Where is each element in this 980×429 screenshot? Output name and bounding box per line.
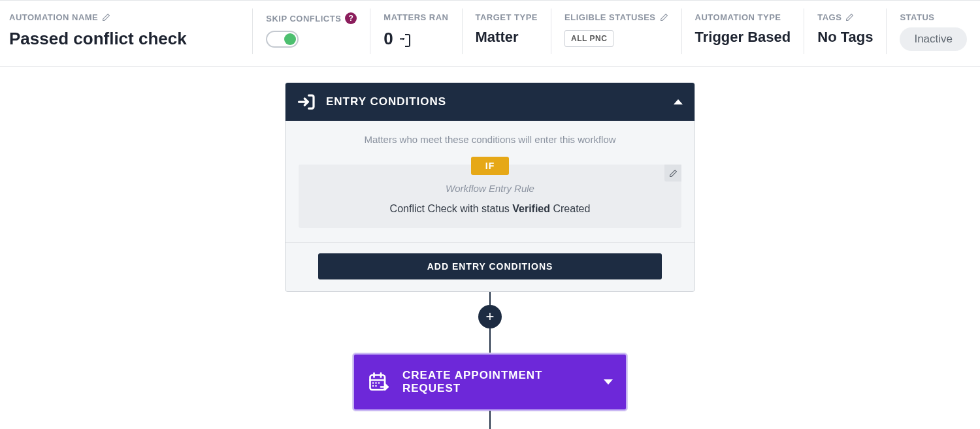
edit-icon[interactable]: [102, 13, 110, 22]
skip-conflicts-label: SKIP CONFLICTS: [266, 14, 341, 24]
entry-conditions-body: Matters who meet these conditions will e…: [286, 121, 694, 228]
connector-line: [489, 328, 491, 353]
entry-rule-text: Conflict Check with status Verified Crea…: [309, 203, 671, 215]
header-col-tags: TAGS No Tags: [804, 8, 886, 54]
entry-rule-post: Created: [550, 203, 590, 214]
edit-icon: [669, 169, 678, 178]
chevron-down-icon: [604, 379, 613, 385]
entry-rule-title: Workflow Entry Rule: [309, 183, 671, 194]
workflow-canvas: ENTRY CONDITIONS Matters who meet these …: [0, 67, 980, 429]
edit-icon[interactable]: [660, 13, 668, 22]
step-label: CREATE APPOINTMENT REQUEST: [402, 369, 592, 395]
header-col-automation-name: AUTOMATION NAME Passed conflict check: [0, 8, 252, 54]
enter-icon: [297, 92, 317, 112]
eligible-status-chip[interactable]: ALL PNC: [564, 30, 613, 47]
header-col-skip-conflicts: SKIP CONFLICTS ?: [252, 8, 370, 54]
plus-icon: +: [486, 308, 495, 325]
entry-conditions-footer: ADD ENTRY CONDITIONS: [286, 242, 694, 291]
add-entry-conditions-button[interactable]: ADD ENTRY CONDITIONS: [318, 253, 662, 279]
automation-type-value: Trigger Based: [695, 29, 791, 46]
edit-icon[interactable]: [845, 13, 854, 22]
entry-conditions-card: ENTRY CONDITIONS Matters who meet these …: [285, 82, 695, 292]
tags-value: No Tags: [817, 29, 873, 46]
edit-rule-button[interactable]: [664, 165, 681, 182]
connector-line: [489, 411, 491, 429]
header-col-automation-type: AUTOMATION TYPE Trigger Based: [681, 8, 804, 54]
entry-conditions-title: ENTRY CONDITIONS: [326, 95, 446, 108]
if-badge: IF: [471, 157, 509, 175]
add-step-button[interactable]: +: [478, 305, 502, 328]
automation-type-label: AUTOMATION TYPE: [695, 12, 781, 22]
help-icon[interactable]: ?: [345, 12, 357, 24]
automation-header: AUTOMATION NAME Passed conflict check SK…: [0, 0, 980, 67]
header-col-target-type: TARGET TYPE Matter: [462, 8, 551, 54]
step-create-appointment-request[interactable]: CREATE APPOINTMENT REQUEST: [353, 353, 627, 411]
entry-conditions-description: Matters who meet these conditions will e…: [299, 134, 681, 145]
connector-line: [489, 292, 491, 305]
matters-ran-label: MATTERS RAN: [384, 12, 448, 22]
calendar-arrow-icon: [367, 370, 391, 394]
automation-name-value: Passed conflict check: [9, 29, 239, 49]
header-col-eligible-statuses: ELIGIBLE STATUSES ALL PNC: [551, 8, 681, 54]
status-label: STATUS: [900, 12, 934, 22]
target-type-label: TARGET TYPE: [476, 12, 538, 22]
chevron-up-icon: [674, 99, 683, 104]
matters-ran-value: 0: [384, 29, 393, 49]
entry-conditions-header[interactable]: ENTRY CONDITIONS: [286, 83, 694, 121]
skip-conflicts-toggle[interactable]: [266, 31, 299, 48]
tags-label: TAGS: [817, 12, 841, 22]
status-pill: Inactive: [900, 27, 967, 51]
entry-rule-pre: Conflict Check with status: [390, 203, 513, 214]
target-type-value: Matter: [476, 29, 538, 46]
enter-icon[interactable]: [400, 34, 410, 44]
entry-rule-bold: Verified: [512, 203, 550, 214]
header-col-status: STATUS Inactive: [886, 8, 980, 54]
automation-name-label: AUTOMATION NAME: [9, 12, 98, 22]
header-col-matters-ran: MATTERS RAN 0: [370, 8, 461, 54]
eligible-statuses-label: ELIGIBLE STATUSES: [564, 12, 655, 22]
